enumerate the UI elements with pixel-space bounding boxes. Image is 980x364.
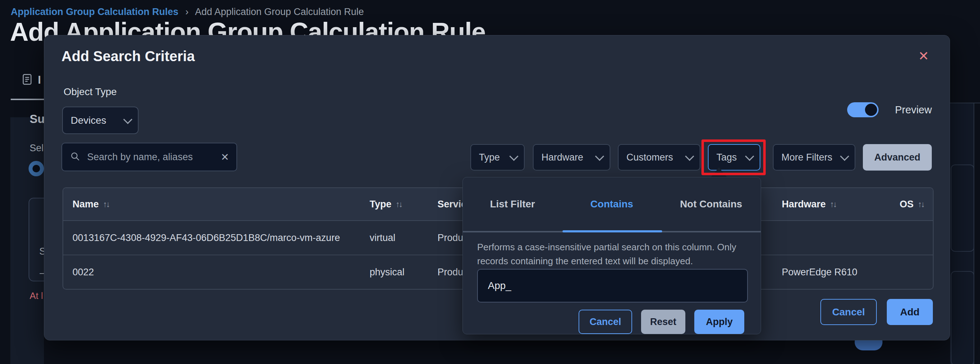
- filter-label: Type: [479, 152, 500, 163]
- filter-dropdown-more-filters[interactable]: More Filters: [773, 144, 855, 171]
- search-input[interactable]: [86, 151, 214, 163]
- sort-icon[interactable]: ↑↓: [918, 200, 924, 209]
- tab-not-contains[interactable]: Not Contains: [662, 177, 761, 231]
- cell-type: physical: [360, 267, 428, 278]
- search-icon: [70, 151, 80, 163]
- filter-label: Tags: [716, 152, 737, 163]
- background-divider: [949, 103, 980, 103]
- filter-dropdown-hardware[interactable]: Hardware: [533, 144, 610, 171]
- toggle-knob: [865, 104, 877, 116]
- chevron-down-icon: [840, 152, 849, 161]
- tab-list-filter[interactable]: List Filter: [463, 177, 562, 231]
- chevron-down-icon: [123, 115, 132, 124]
- validation-message-fragment: At l: [30, 291, 43, 302]
- filter-dropdown-customers[interactable]: Customers: [618, 144, 700, 171]
- cell-name: 0013167C-4308-4929-AF43-06D6B25D1B8C/mar…: [63, 232, 360, 244]
- filter-dropdown-tags[interactable]: Tags: [708, 144, 760, 171]
- document-icon: [22, 74, 32, 86]
- column-label: Name: [73, 199, 99, 210]
- chevron-down-icon: [745, 152, 754, 161]
- add-button[interactable]: Add: [887, 299, 933, 325]
- column-label: Hardware: [782, 199, 826, 210]
- search-box: ✕: [61, 143, 237, 171]
- popup-reset-button[interactable]: Reset: [641, 310, 686, 334]
- object-type-label: Object Type: [64, 86, 117, 97]
- column-label: OS: [900, 199, 913, 210]
- breadcrumb-current: Add Application Group Calculation Rule: [195, 6, 364, 17]
- tab-partial[interactable]: I: [22, 73, 41, 86]
- active-tab-indicator: [11, 99, 44, 100]
- preview-toggle[interactable]: [847, 102, 878, 117]
- tab-label-fragment: I: [38, 73, 41, 86]
- tab-contains[interactable]: Contains: [562, 177, 662, 231]
- breadcrumb-separator: ›: [185, 6, 189, 17]
- column-label: Type: [370, 199, 391, 210]
- section-heading-fragment: Su: [30, 112, 45, 126]
- filter-label: Hardware: [541, 152, 583, 163]
- breadcrumb: Application Group Calculation Rules › Ad…: [11, 6, 364, 18]
- object-type-value: Devices: [71, 115, 107, 126]
- clear-search-icon[interactable]: ✕: [221, 151, 229, 163]
- filter-label: Customers: [627, 152, 673, 163]
- popup-tabs: List Filter Contains Not Contains: [463, 177, 761, 231]
- chevron-down-icon: [595, 152, 604, 161]
- column-header-name[interactable]: Name ↑↓: [63, 199, 360, 210]
- advanced-button[interactable]: Advanced: [863, 144, 932, 171]
- cell-hardware: PowerEdge R610: [773, 267, 890, 278]
- chevron-down-icon: [685, 152, 694, 161]
- filter-dropdown-type[interactable]: Type: [470, 144, 525, 171]
- background-card: [951, 271, 974, 364]
- breadcrumb-link[interactable]: Application Group Calculation Rules: [11, 6, 178, 17]
- tags-filter-popup: List Filter Contains Not Contains Perfor…: [463, 177, 761, 334]
- chevron-down-icon: [509, 152, 518, 161]
- sort-icon[interactable]: ↑↓: [830, 200, 836, 209]
- filter-description: Performs a case-insensitive partial sear…: [477, 240, 749, 268]
- select-label-fragment: Sel: [30, 143, 44, 154]
- radio-button[interactable]: [29, 161, 44, 176]
- column-header-type[interactable]: Type ↑↓: [360, 199, 428, 210]
- preview-label: Preview: [895, 104, 932, 116]
- background-card: [951, 164, 974, 252]
- filter-value-input[interactable]: [478, 280, 747, 291]
- close-icon[interactable]: ✕: [915, 48, 932, 65]
- filter-label: More Filters: [781, 152, 832, 163]
- column-header-os[interactable]: OS ↑↓: [890, 199, 933, 210]
- popup-caret: [711, 167, 727, 177]
- cell-name: 0022: [63, 267, 360, 278]
- sort-icon[interactable]: ↑↓: [103, 200, 109, 209]
- sort-icon[interactable]: ↑↓: [396, 200, 402, 209]
- modal-title: Add Search Criteria: [61, 48, 195, 64]
- active-tab-underline: [563, 230, 662, 232]
- object-type-dropdown[interactable]: Devices: [62, 107, 138, 134]
- column-header-hardware[interactable]: Hardware ↑↓: [773, 199, 890, 210]
- screen: Application Group Calculation Rules › Ad…: [0, 0, 980, 364]
- popup-cancel-button[interactable]: Cancel: [579, 310, 632, 334]
- cell-type: virtual: [360, 232, 428, 244]
- cancel-button[interactable]: Cancel: [820, 299, 877, 325]
- filter-value-field: [477, 269, 748, 302]
- popup-apply-button[interactable]: Apply: [694, 310, 744, 334]
